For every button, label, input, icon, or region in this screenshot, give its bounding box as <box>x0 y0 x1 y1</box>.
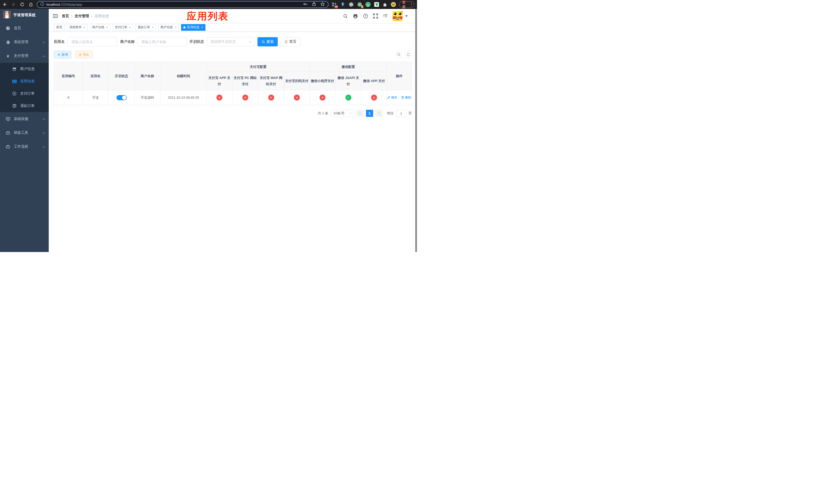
page-size-select[interactable]: 10条/页 <box>331 110 354 117</box>
user-avatar[interactable] <box>392 11 408 21</box>
tab-label: 首页 <box>56 25 62 29</box>
site-info-icon[interactable] <box>40 2 44 7</box>
extension-gem-icon[interactable] <box>340 2 345 7</box>
close-icon[interactable]: × <box>83 26 85 29</box>
share-icon[interactable] <box>312 2 316 7</box>
documents-icon <box>11 104 18 108</box>
extension-badge: 1 <box>361 5 364 8</box>
browser-back-icon[interactable] <box>3 2 7 7</box>
close-icon[interactable]: × <box>175 26 176 29</box>
svg-text:¥: ¥ <box>14 92 15 95</box>
sidebar-item-workflow[interactable]: 工作流程 <box>0 140 49 154</box>
help-icon[interactable]: ? <box>363 14 368 19</box>
status-alipay-wap-icon: × <box>268 95 274 100</box>
cell-app-name: 芋道 <box>83 90 109 105</box>
toggle-search-button[interactable] <box>395 51 402 58</box>
sidebar-collapse-icon[interactable] <box>53 14 60 18</box>
merchant-name-label: 商户名称 <box>120 40 135 44</box>
col-alipay-qr: 支付宝扫码支付 <box>284 72 310 90</box>
export-button[interactable]: 导出 <box>75 51 93 59</box>
breadcrumb-payment[interactable]: 支付管理 <box>74 14 89 19</box>
shop-icon <box>11 67 18 71</box>
close-icon[interactable]: × <box>152 26 154 29</box>
close-icon[interactable]: × <box>201 26 203 29</box>
chevron-down-icon <box>42 117 45 121</box>
browser-forward-icon[interactable] <box>11 2 16 7</box>
browser-home-icon[interactable] <box>29 2 33 7</box>
profile-avatar-icon[interactable] <box>391 2 396 7</box>
sidebar-item-system[interactable]: 系统管理 <box>0 35 49 49</box>
delete-link[interactable]: 删除 <box>401 95 411 100</box>
sidebar-item-merchant-info[interactable]: 商户信息 <box>0 63 49 75</box>
url-bar[interactable]: localhost:1024/pay/app <box>37 1 329 8</box>
enabled-toggle[interactable] <box>116 95 127 100</box>
page-number-button[interactable]: 1 <box>366 110 373 117</box>
tab-home[interactable]: 首页 <box>54 24 65 31</box>
extensions-puzzle-icon[interactable] <box>382 2 388 7</box>
add-button[interactable]: 新增 <box>54 51 71 59</box>
col-wechat-jsapi: 微信 JSAPI 支付 <box>335 72 361 90</box>
goto-page-input[interactable] <box>396 110 406 117</box>
next-page-button[interactable] <box>375 110 382 117</box>
sidebar-item-payment[interactable]: ¥ 支付管理 <box>0 49 49 63</box>
breadcrumb-home[interactable]: 首页 <box>62 14 69 19</box>
search-icon <box>262 40 265 44</box>
sidebar-item-infrastructure[interactable]: 基础设施 <box>0 112 49 126</box>
app-logo[interactable]: 芋道管理系统 <box>0 9 49 21</box>
goto-unit: 页 <box>409 111 412 116</box>
extension-chat-icon[interactable] <box>374 2 379 7</box>
sidebar-item-refund-order[interactable]: 退款订单 <box>0 100 49 112</box>
browser-reload-icon[interactable] <box>20 2 24 7</box>
payment-submenu: 商户信息 应用信息 ¥ 支付订单 退款订单 <box>0 63 49 112</box>
browser-update-button[interactable]: 更新 <box>399 1 414 8</box>
yen-circle-icon: ¥ <box>11 92 18 96</box>
yen-icon: ¥ <box>5 54 11 58</box>
tab-user-group[interactable]: 用户分组× <box>90 24 110 31</box>
tab-pay-order[interactable]: 支付订单× <box>113 24 133 31</box>
tab-label: 商户信息 <box>160 25 173 29</box>
fullscreen-icon[interactable] <box>373 14 378 19</box>
page-scrollbar[interactable] <box>415 9 417 252</box>
refresh-table-button[interactable] <box>405 51 412 58</box>
pagination: 共 1 条 10条/页 1 前往 页 <box>54 110 412 117</box>
password-key-icon[interactable] <box>303 2 308 7</box>
tab-refund-order[interactable]: 退款订单× <box>135 24 156 31</box>
search-icon[interactable] <box>343 14 348 19</box>
bookmark-star-icon[interactable] <box>320 2 325 7</box>
prev-page-button[interactable] <box>356 110 364 117</box>
gear-icon <box>5 40 11 44</box>
table-toolbar: 新增 导出 <box>54 51 412 59</box>
status-select[interactable]: 请选择开启状态 <box>207 37 255 46</box>
github-icon[interactable] <box>353 14 358 19</box>
page-size-value: 10条/页 <box>333 111 345 116</box>
sidebar-item-app-info[interactable]: 应用信息 <box>0 75 49 87</box>
app-table: 应用编号 应用名 开启状态 商户名称 创建时间 支付宝配置 微信配置 操作 支付… <box>54 62 412 105</box>
app-title: 芋道管理系统 <box>13 13 36 18</box>
font-size-icon[interactable]: TT <box>383 14 387 19</box>
search-button[interactable]: 搜索 <box>258 37 278 46</box>
search-icon <box>397 53 401 56</box>
close-icon[interactable]: × <box>129 26 131 29</box>
browser-menu-icon[interactable] <box>411 3 412 6</box>
sidebar-item-pay-order[interactable]: ¥ 支付订单 <box>0 87 49 100</box>
extension-recorder-icon[interactable]: 1 <box>357 2 362 7</box>
status-alipay-pc-icon: × <box>242 95 248 100</box>
chevron-down-icon <box>349 113 352 114</box>
extension-blocks-icon[interactable]: 10 <box>332 2 337 7</box>
tab-process-form[interactable]: 流程表单× <box>67 24 87 31</box>
tab-merchant-info[interactable]: 商户信息× <box>158 24 179 31</box>
breadcrumb-current: 应用信息 <box>95 14 109 19</box>
extension-y-icon[interactable]: y <box>366 2 371 7</box>
tab-app-info[interactable]: 应用信息× <box>181 24 205 31</box>
col-group-wechat: 微信配置 <box>310 62 387 72</box>
active-dot <box>183 26 185 28</box>
app-name-input[interactable] <box>67 37 117 46</box>
merchant-name-input[interactable] <box>137 37 186 46</box>
edit-link[interactable]: 修改 <box>387 95 397 100</box>
extension-command-icon[interactable] <box>349 2 354 7</box>
close-icon[interactable]: × <box>106 26 108 29</box>
chevron-left-icon <box>359 112 361 115</box>
sidebar-item-dev-tools[interactable]: 研发工具 <box>0 126 49 140</box>
sidebar-item-home[interactable]: 首页 <box>0 21 49 35</box>
reset-button[interactable]: 重置 <box>280 37 301 46</box>
